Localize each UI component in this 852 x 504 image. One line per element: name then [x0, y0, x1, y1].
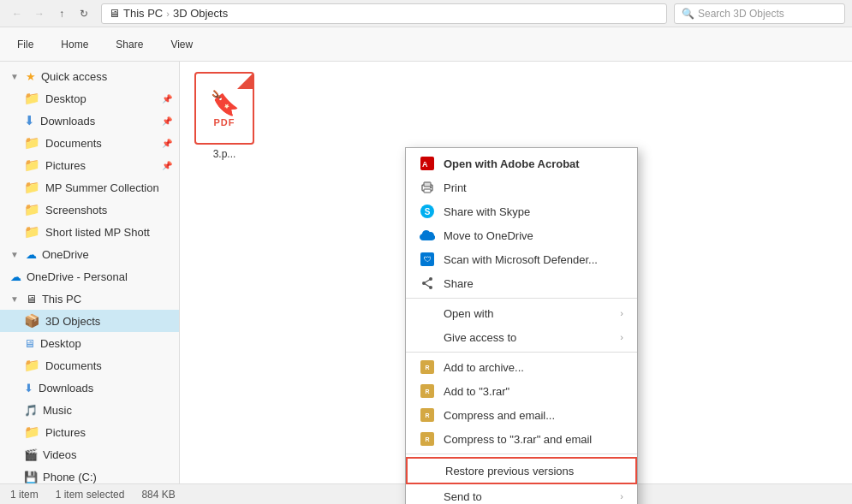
- folder-icon-sc: 📁: [24, 202, 40, 217]
- ctx-label-print: Print: [444, 181, 467, 194]
- expand-icon-pc: ▼: [10, 294, 19, 304]
- ctx-compress-rar-email[interactable]: R Compress to "3.rar" and email: [406, 427, 637, 451]
- breadcrumb-this-pc: This PC: [123, 7, 163, 20]
- music-icon: 🎵: [24, 404, 38, 417]
- pin-icon-downloads: 📌: [162, 116, 172, 126]
- sidebar-label-videos: Videos: [43, 448, 77, 461]
- breadcrumb-sep: ›: [166, 9, 170, 19]
- status-count: 1 item: [10, 489, 39, 501]
- svg-point-5: [430, 187, 432, 188]
- sidebar-label-onedrive-personal: OneDrive - Personal: [27, 270, 128, 283]
- sidebar-label-music: Music: [43, 404, 72, 417]
- skype-icon: S: [420, 204, 435, 219]
- sidebar-item-music[interactable]: 🎵 Music: [0, 399, 179, 421]
- breadcrumb-pc-icon: 🖥: [109, 7, 120, 20]
- sidebar-item-onedrive-personal[interactable]: ☁ OneDrive - Personal: [0, 265, 179, 288]
- acrobat-icon: A: [420, 156, 435, 171]
- share-icon: [420, 276, 435, 291]
- title-bar: ← → ↑ ↻ 🖥 This PC › 3D Objects 🔍 Search …: [0, 0, 852, 27]
- ribbon: File Home Share View: [0, 27, 852, 62]
- sidebar-item-downloads-pc[interactable]: ⬇ Downloads: [0, 377, 179, 399]
- ctx-open-with[interactable]: Open with ›: [406, 301, 637, 325]
- sidebar-item-shortlisted[interactable]: 📁 Short listed MP Shott: [0, 221, 179, 243]
- folder-icon-sl: 📁: [24, 224, 40, 240]
- context-menu: A Open with Adobe Acrobat Print: [405, 147, 638, 504]
- desktop-icon: 🖥: [24, 337, 35, 350]
- svg-rect-3: [424, 182, 431, 187]
- sidebar-item-videos[interactable]: 🎬 Videos: [0, 443, 179, 465]
- ctx-give-access[interactable]: Give access to ›: [406, 325, 637, 349]
- pin-icon-pics: 📌: [162, 161, 172, 170]
- folder-3d-icon: 📦: [24, 313, 40, 329]
- refresh-button[interactable]: ↻: [74, 3, 94, 24]
- sidebar-item-screenshots[interactable]: 📁 Screenshots: [0, 199, 179, 221]
- sidebar-item-pictures[interactable]: 📁 Pictures 📌: [0, 154, 179, 176]
- ctx-send-to[interactable]: Send to ›: [406, 484, 637, 504]
- main-layout: ▼ ★ Quick access 📁 Desktop 📌 ⬇ Downloads…: [0, 62, 852, 483]
- ribbon-tab-home[interactable]: Home: [54, 35, 95, 54]
- ctx-add-rar[interactable]: R Add to "3.rar": [406, 379, 637, 403]
- ctx-defender[interactable]: 🛡 Scan with Microsoft Defender...: [406, 247, 637, 271]
- pdf-label: PDF: [214, 117, 235, 127]
- pin-icon-docs: 📌: [162, 139, 172, 148]
- forward-button[interactable]: →: [29, 3, 50, 24]
- back-button[interactable]: ←: [7, 3, 27, 24]
- sidebar-item-pictures-pc[interactable]: 📁 Pictures: [0, 421, 179, 443]
- sidebar-label-documents: Documents: [45, 137, 102, 150]
- ctx-label-onedrive: Move to OneDrive: [444, 229, 533, 242]
- sidebar-item-desktop[interactable]: 📁 Desktop 📌: [0, 87, 179, 110]
- svg-line-10: [424, 283, 431, 288]
- pdf-corner: [237, 74, 253, 89]
- star-icon: ★: [26, 70, 36, 83]
- pictures-icon: 📁: [24, 157, 40, 173]
- sidebar-item-onedrive[interactable]: ▼ ☁ OneDrive: [0, 243, 179, 265]
- svg-text:A: A: [422, 160, 428, 169]
- sidebar-this-pc[interactable]: ▼ 🖥 This PC: [0, 288, 179, 310]
- ctx-add-archive[interactable]: R Add to archive...: [406, 355, 637, 379]
- address-bar[interactable]: 🖥 This PC › 3D Objects: [101, 3, 667, 24]
- ctx-label-add-archive: Add to archive...: [444, 361, 524, 374]
- winrar-icon-3: R: [420, 407, 435, 423]
- pdf-symbol: 🔖: [210, 89, 240, 117]
- defender-icon: 🛡: [420, 252, 435, 267]
- ctx-open-acrobat[interactable]: A Open with Adobe Acrobat: [406, 151, 637, 175]
- ctx-compress-email[interactable]: R Compress and email...: [406, 403, 637, 427]
- pc-icon: 🖥: [26, 293, 37, 305]
- ribbon-tab-view[interactable]: View: [164, 35, 200, 54]
- sidebar-item-documents[interactable]: 📁 Documents 📌: [0, 132, 179, 154]
- sidebar-item-3d-objects[interactable]: 📦 3D Objects: [0, 310, 179, 332]
- sidebar-item-desktop-pc[interactable]: 🖥 Desktop: [0, 332, 179, 354]
- ctx-onedrive[interactable]: Move to OneDrive: [406, 223, 637, 247]
- search-bar[interactable]: 🔍 Search 3D Objects: [674, 3, 845, 24]
- folder-icon: 📁: [24, 91, 40, 106]
- ctx-share[interactable]: Share: [406, 271, 637, 295]
- ctx-sep-3: [406, 454, 637, 454]
- restore-icon: [421, 463, 437, 478]
- ctx-print[interactable]: Print: [406, 175, 637, 199]
- sidebar-item-downloads[interactable]: ⬇ Downloads 📌: [0, 110, 179, 132]
- sidebar-label-docs-pc: Documents: [45, 359, 102, 372]
- open-with-icon: [420, 305, 435, 321]
- ctx-label-restore: Restore previous versions: [445, 465, 574, 477]
- downloads-icon: ⬇: [24, 113, 35, 128]
- ctx-share-skype[interactable]: S Share with Skype: [406, 199, 637, 223]
- ctx-restore-versions[interactable]: Restore previous versions: [406, 457, 637, 484]
- onedrive-personal-icon: ☁: [10, 270, 21, 283]
- sidebar-label-onedrive: OneDrive: [42, 248, 89, 261]
- file-item[interactable]: 🔖 PDF 3.p...: [190, 72, 259, 160]
- sidebar-quick-access[interactable]: ▼ ★ Quick access: [0, 65, 179, 87]
- sidebar-label-desktop-pc: Desktop: [40, 337, 81, 350]
- sidebar-label-mp: MP Summer Collection: [45, 181, 159, 194]
- up-button[interactable]: ↑: [51, 3, 72, 24]
- ribbon-tab-share[interactable]: Share: [109, 35, 150, 54]
- sidebar-item-docs-pc[interactable]: 📁 Documents: [0, 354, 179, 377]
- ctx-sep-1: [406, 298, 637, 299]
- sidebar-label-pictures-pc: Pictures: [45, 426, 86, 439]
- ctx-label-add-rar: Add to "3.rar": [444, 385, 509, 398]
- sidebar-label-pictures: Pictures: [45, 159, 86, 172]
- ribbon-tab-file[interactable]: File: [10, 35, 40, 54]
- sidebar-item-phone[interactable]: 💾 Phone (C:): [0, 465, 179, 483]
- sidebar-item-mp-summer[interactable]: 📁 MP Summer Collection: [0, 176, 179, 199]
- ctx-label-open-with: Open with: [444, 307, 494, 320]
- documents-icon: 📁: [24, 135, 40, 151]
